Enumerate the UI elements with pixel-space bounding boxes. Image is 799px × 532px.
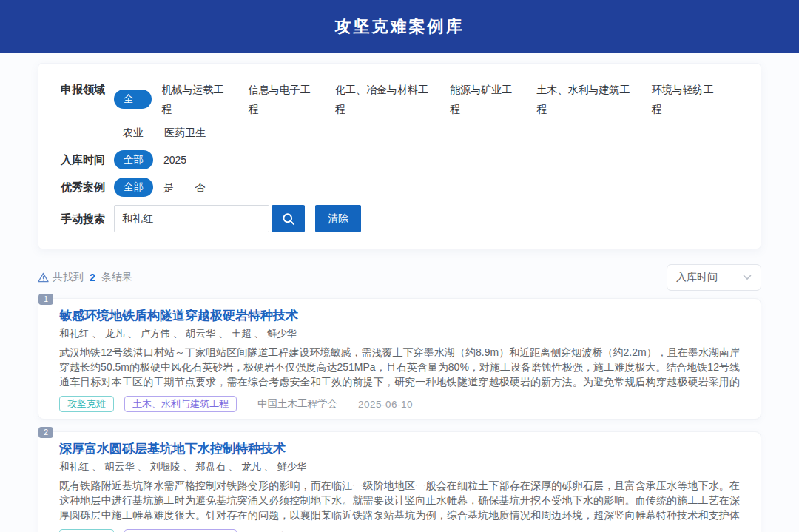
tag-category: 攻坚克难 — [59, 529, 114, 532]
warning-icon — [38, 272, 49, 283]
filter-label-excellent: 优秀案例 — [61, 178, 107, 197]
case-description: 武汉地铁12号线港口村站～丁家咀站区间隧道工程建设环境敏感，需浅覆土下穿墨水湖（… — [59, 345, 740, 389]
field-option-chemical[interactable]: 化工、冶金与材料工程 — [335, 80, 429, 118]
page-title: 攻坚克难案例库 — [335, 16, 465, 38]
case-card: 2 深厚富水圆砾层基坑地下水控制特种技术 和礼红 、 胡云华 、 刘堰陵 、 郑… — [38, 431, 761, 532]
field-option-civil[interactable]: 土木、水利与建筑工程 — [536, 80, 630, 118]
app-header: 攻坚克难案例库 — [0, 0, 799, 53]
case-meta: 攻坚克难 土木、水利与建筑工程 中国土木工程学会 2025-06-10 — [59, 395, 740, 413]
case-authors: 和礼红 、 胡云华 、 刘堰陵 、 郑盘石 、 龙凡 、 鲜少华 — [59, 460, 740, 474]
search-button[interactable] — [272, 205, 305, 232]
sort-dropdown-value: 入库时间 — [676, 271, 718, 284]
filter-row-field: 申报领域 全部 机械与运载工程 信息与电子工程 化工、冶金与材料工程 能源与矿业… — [61, 80, 738, 142]
time-options: 全部 2025 — [114, 150, 207, 169]
search-icon — [281, 212, 296, 226]
results-count-prefix: 共找到 — [53, 271, 84, 284]
results-count-number: 2 — [90, 272, 95, 283]
filter-label-search: 手动搜索 — [61, 209, 107, 229]
field-option-mechanical[interactable]: 机械与运载工程 — [162, 80, 228, 118]
case-title-link[interactable]: 深厚富水圆砾层基坑地下水控制特种技术 — [59, 441, 740, 457]
excellent-option-yes[interactable]: 是 — [163, 178, 174, 197]
results-count-suffix: 条结果 — [101, 271, 132, 284]
filter-row-time: 入库时间 全部 2025 — [61, 150, 738, 169]
field-option-medical[interactable]: 医药卫生 — [164, 123, 206, 142]
filter-label-time: 入库时间 — [61, 150, 107, 169]
field-option-energy[interactable]: 能源与矿业工程 — [450, 80, 516, 118]
case-title-link[interactable]: 敏感环境地铁盾构隧道穿越极硬岩特种技术 — [59, 308, 740, 324]
field-option-environment[interactable]: 环境与轻纺工程 — [652, 80, 718, 118]
results-bar: 共找到 2 条结果 入库时间 — [38, 264, 761, 291]
field-options-line1: 全部 机械与运载工程 信息与电子工程 化工、冶金与材料工程 能源与矿业工程 土木… — [114, 80, 738, 118]
card-index-badge: 1 — [38, 294, 53, 305]
excellent-options: 全部 是 否 — [114, 178, 226, 197]
time-option-2025[interactable]: 2025 — [163, 150, 186, 169]
case-description: 既有铁路附近基坑降水需严格控制对铁路变形的影响，而在临江一级阶地地区一般会在细粒… — [59, 478, 740, 522]
case-meta: 攻坚克难 土木、水利与建筑工程 中国土木工程学会 2025-06-10 — [59, 528, 740, 532]
field-options: 全部 机械与运载工程 信息与电子工程 化工、冶金与材料工程 能源与矿业工程 土木… — [114, 80, 738, 142]
chevron-down-icon — [743, 275, 752, 280]
excellent-option-no[interactable]: 否 — [195, 178, 205, 197]
excellent-option-all[interactable]: 全部 — [114, 178, 153, 197]
case-authors: 和礼红 、 龙凡 、 卢方伟 、 胡云华 、 王超 、 鲜少华 — [59, 327, 740, 340]
case-organization: 中国土木工程学会 — [257, 397, 337, 411]
clear-button[interactable]: 清除 — [315, 205, 361, 232]
field-option-all[interactable]: 全部 — [114, 90, 152, 109]
filter-panel: 申报领域 全部 机械与运载工程 信息与电子工程 化工、冶金与材料工程 能源与矿业… — [38, 63, 761, 249]
case-card: 1 敏感环境地铁盾构隧道穿越极硬岩特种技术 和礼红 、 龙凡 、 卢方伟 、 胡… — [38, 298, 761, 420]
field-option-agriculture[interactable]: 农业 — [123, 123, 144, 142]
card-index-badge: 2 — [38, 427, 53, 438]
main-content: 申报领域 全部 机械与运载工程 信息与电子工程 化工、冶金与材料工程 能源与矿业… — [38, 63, 761, 532]
sort-dropdown[interactable]: 入库时间 — [667, 264, 761, 291]
filter-row-excellent: 优秀案例 全部 是 否 — [61, 178, 738, 197]
tag-category: 攻坚克难 — [59, 396, 114, 412]
tag-field: 土木、水利与建筑工程 — [124, 529, 237, 532]
filter-label-field: 申报领域 — [61, 80, 107, 99]
time-option-all[interactable]: 全部 — [114, 150, 153, 169]
field-option-electronic[interactable]: 信息与电子工程 — [249, 80, 314, 118]
results-count: 共找到 2 条结果 — [38, 271, 132, 284]
filter-row-search: 手动搜索 清除 — [61, 205, 738, 232]
case-date: 2025-06-10 — [358, 399, 413, 410]
tag-field: 土木、水利与建筑工程 — [124, 396, 237, 412]
search-input[interactable] — [114, 205, 269, 232]
field-options-line2: 农业 医药卫生 — [114, 123, 738, 142]
